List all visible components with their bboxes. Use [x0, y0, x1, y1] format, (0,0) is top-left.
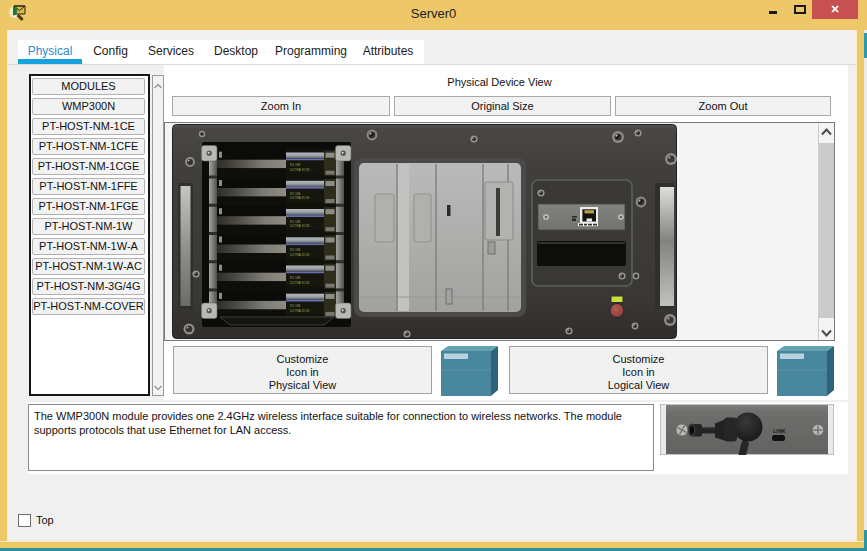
- svg-text:ULTRA SCSI: ULTRA SCSI: [290, 281, 310, 285]
- svg-text:ULTRA SCSI: ULTRA SCSI: [290, 168, 310, 172]
- svg-text:R1 GB: R1 GB: [290, 248, 301, 252]
- svg-text:ULTRA SCSI: ULTRA SCSI: [290, 224, 310, 228]
- svg-text:R1 GB: R1 GB: [290, 276, 301, 280]
- svg-text:R1 GB: R1 GB: [290, 163, 301, 167]
- svg-text:R1 GB: R1 GB: [290, 304, 301, 308]
- svg-text:R1 GB: R1 GB: [290, 220, 301, 224]
- svg-text:ULTRA SCSI: ULTRA SCSI: [290, 309, 310, 313]
- svg-text:LINK: LINK: [773, 428, 786, 434]
- svg-text:ULTRA SCSI: ULTRA SCSI: [290, 253, 310, 257]
- svg-text:ULTRA SCSI: ULTRA SCSI: [290, 196, 310, 200]
- svg-text:R1 GB: R1 GB: [290, 192, 301, 196]
